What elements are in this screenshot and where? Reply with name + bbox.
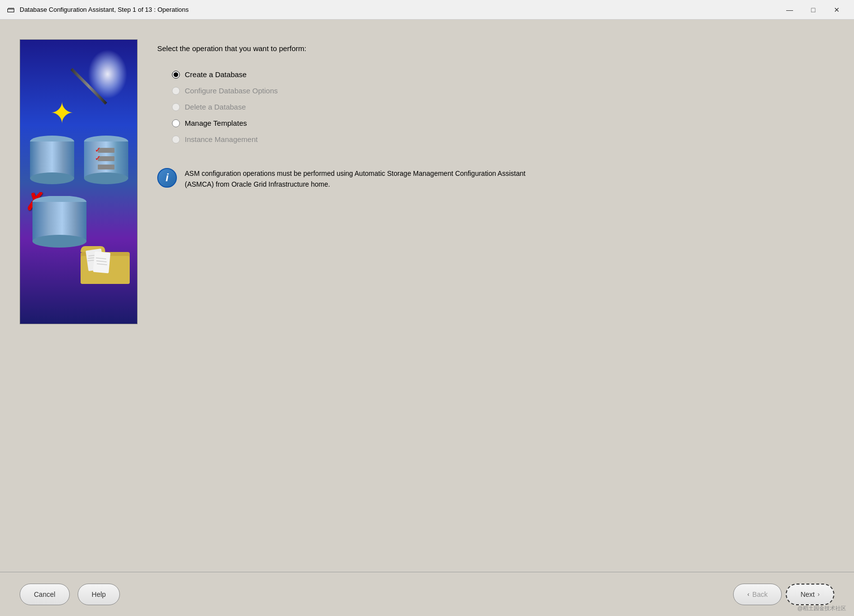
svg-rect-20	[93, 252, 111, 274]
option-manage-templates[interactable]: Manage Templates	[172, 119, 834, 127]
label-create-db: Create a Database	[185, 70, 247, 79]
cancel-button[interactable]: Cancel	[20, 584, 70, 605]
label-configure-db: Configure Database Options	[185, 86, 278, 95]
illustration-panel: ✦	[20, 39, 138, 324]
main-window: ✦	[0, 20, 854, 616]
option-instance-mgmt: Instance Management	[172, 135, 834, 143]
right-panel: Select the operation that you want to pe…	[157, 39, 834, 572]
svg-text:✓: ✓	[95, 146, 101, 154]
star-burst: ✦	[50, 99, 74, 128]
label-manage-templates: Manage Templates	[185, 119, 247, 127]
footer-right: ‹ Back Next ›	[733, 584, 834, 605]
svg-point-5	[84, 172, 128, 184]
help-button[interactable]: Help	[78, 584, 120, 605]
app-icon: 🗃	[6, 5, 16, 15]
footer-bar: Cancel Help ‹ Back Next ›	[0, 572, 854, 616]
title-bar: 🗃 Database Configuration Assistant, Step…	[0, 0, 854, 20]
instruction-text: Select the operation that you want to pe…	[157, 44, 834, 53]
content-area: ✦	[0, 29, 854, 572]
close-button[interactable]: ✕	[826, 2, 848, 18]
info-text: ASM configuration operations must be per…	[185, 168, 529, 190]
info-icon: i	[157, 168, 177, 188]
option-configure-db: Configure Database Options	[172, 86, 834, 95]
svg-point-2	[30, 172, 74, 184]
info-box: i ASM configuration operations must be p…	[157, 168, 834, 190]
minimize-button[interactable]: —	[778, 2, 801, 18]
watermark: @稻土园金技术社区	[797, 605, 846, 612]
radio-delete-db	[172, 103, 180, 111]
options-container: Create a Database Configure Database Opt…	[172, 70, 834, 143]
radio-manage-templates[interactable]	[172, 119, 180, 127]
label-instance-mgmt: Instance Management	[185, 135, 257, 143]
back-button[interactable]: ‹ Back	[733, 584, 782, 605]
maximize-button[interactable]: □	[802, 2, 825, 18]
back-arrow-left: ‹	[747, 591, 749, 598]
next-arrow-right: ›	[818, 591, 820, 598]
option-create-db[interactable]: Create a Database	[172, 70, 834, 79]
window-controls: — □ ✕	[778, 2, 848, 18]
svg-rect-10	[98, 165, 114, 169]
svg-text:✓: ✓	[95, 154, 101, 162]
radio-create-db[interactable]	[172, 71, 180, 79]
radio-configure-db	[172, 87, 180, 95]
title-bar-text: Database Configuration Assistant, Step 1…	[20, 6, 778, 13]
folder-icon	[78, 242, 132, 294]
option-delete-db: Delete a Database	[172, 103, 834, 111]
next-button[interactable]: Next ›	[786, 584, 834, 605]
label-delete-db: Delete a Database	[185, 103, 246, 111]
radio-instance-mgmt	[172, 136, 180, 143]
